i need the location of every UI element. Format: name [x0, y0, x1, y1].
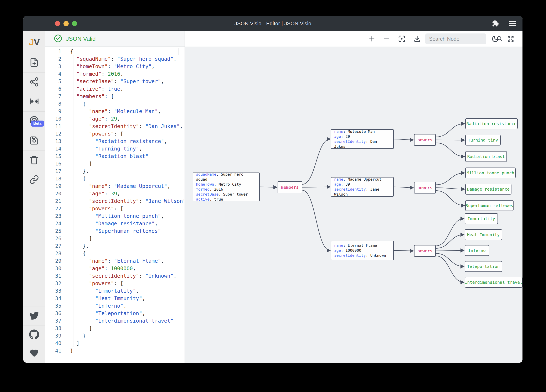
line-number: 7: [45, 93, 61, 100]
line-number: 11: [45, 123, 61, 130]
code-line: 10 "age": 29,: [45, 115, 185, 123]
member-node[interactable]: name: Eternal Flameage: 1000000secretIde…: [331, 241, 394, 260]
power-leaf-node[interactable]: Heat Immunity: [465, 229, 502, 240]
twitter-icon: [29, 311, 39, 321]
power-leaf-node[interactable]: Teleportation: [465, 261, 502, 272]
line-number: 22: [45, 205, 61, 212]
line-number: 40: [45, 340, 61, 347]
code-line: 19 "name": "Madame Uppercut",: [45, 183, 185, 190]
close-window-button[interactable]: [55, 21, 60, 26]
power-leaf-node[interactable]: Million tonne punch: [465, 168, 516, 178]
line-number: 29: [45, 257, 61, 265]
code-line: 9 "name": "Molecule Man",: [45, 108, 185, 115]
code-line: 4 "formed": 2016,: [45, 70, 185, 78]
line-number: 37: [45, 317, 61, 325]
members-node[interactable]: members: [278, 181, 302, 193]
graph-toolbar: [185, 31, 522, 47]
sidebar-item-twitter[interactable]: [23, 307, 45, 325]
code-line: 31 "secretIdentity": "Unknown",: [45, 272, 185, 280]
search-node-input[interactable]: [429, 36, 496, 42]
link-icon: [29, 175, 39, 185]
heart-icon: [29, 348, 39, 359]
power-leaf-node[interactable]: Superhuman reflexes: [465, 200, 514, 211]
app-window: JSON Visio - Editor | JSON Visio JV: [23, 16, 522, 363]
sidebar-item-new-document[interactable]: [23, 53, 45, 72]
code-line: 18 {: [45, 175, 185, 183]
sidebar-item-share-link[interactable]: [23, 170, 45, 190]
code-line: 17 },: [45, 168, 185, 175]
line-number: 13: [45, 138, 61, 145]
line-number: 25: [45, 228, 61, 235]
code-line: 38 ]: [45, 325, 185, 332]
code-line: 36 "Teleportation",: [45, 310, 185, 317]
code-line: 29 "name": "Eternal Flame",: [45, 257, 185, 265]
sidebar-item-github[interactable]: [23, 325, 45, 344]
minimize-window-button[interactable]: [64, 21, 69, 26]
power-leaf-node[interactable]: Radiation blast: [465, 151, 507, 162]
window-title: JSON Visio - Editor | JSON Visio: [234, 21, 311, 27]
graph-panel: squadName: Super hero squadhomeTown: Met…: [185, 31, 522, 363]
code-line: 39 }: [45, 332, 185, 340]
check-circle-icon: [54, 34, 62, 44]
title-bar: JSON Visio - Editor | JSON Visio: [23, 16, 522, 31]
powers-node[interactable]: powers: [414, 245, 436, 257]
dark-mode-toggle[interactable]: [489, 31, 501, 47]
line-number: 3: [45, 63, 61, 70]
line-number: 19: [45, 183, 61, 190]
powers-node[interactable]: powers: [414, 182, 436, 194]
sidebar-item-save-document[interactable]: [23, 131, 45, 151]
traffic-lights: [55, 16, 77, 31]
line-number: 30: [45, 265, 61, 272]
code-line: 11 "secretIdentity": "Dan Jukes",: [45, 123, 185, 130]
member-node[interactable]: name: Madame Uppercutage: 39secretIdenti…: [331, 177, 394, 197]
power-leaf-node[interactable]: Immortality: [465, 213, 498, 224]
code-line: 27 },: [45, 242, 185, 250]
json-code-editor[interactable]: 1{2 "squadName": "Super hero squad",3 "h…: [45, 47, 185, 363]
code-line: 6 "active": true,: [45, 85, 185, 93]
extension-icon[interactable]: [492, 20, 499, 27]
line-number: 14: [45, 145, 61, 152]
sidebar-item-visualize-graph[interactable]: [23, 72, 45, 92]
code-line: 22 "powers": [: [45, 205, 185, 212]
power-leaf-node[interactable]: Radiation resistance: [465, 118, 518, 129]
left-sidebar: JV: [23, 31, 45, 363]
zoom-in-button[interactable]: [366, 31, 378, 47]
editor-status-bar: JSON Valid: [45, 31, 185, 47]
code-line: 13 "Radiation resistance",: [45, 138, 185, 145]
code-line: 37 "Interdimensional travel": [45, 317, 185, 325]
code-line: 32 "powers": [: [45, 280, 185, 287]
line-number: 32: [45, 280, 61, 287]
code-line: 2 "squadName": "Super hero squad",: [45, 55, 185, 63]
powers-node[interactable]: powers: [414, 134, 436, 146]
power-leaf-node[interactable]: Inferno: [465, 245, 489, 256]
zoom-out-button[interactable]: [381, 31, 392, 47]
fullscreen-button[interactable]: [505, 31, 516, 47]
power-leaf-node[interactable]: Turning tiny: [465, 135, 501, 145]
sidebar-item-sponsor[interactable]: [23, 344, 45, 363]
app-logo[interactable]: JV: [23, 31, 45, 53]
save-icon: [29, 136, 39, 146]
code-line: 5 "secretBase": "Super tower",: [45, 78, 185, 85]
sidebar-item-center-view[interactable]: [23, 92, 45, 111]
download-image-button[interactable]: [411, 31, 423, 47]
beta-badge: Beta: [31, 120, 44, 126]
code-line: 21 "secretIdentity": "Jane Wilson",: [45, 197, 185, 205]
line-number: 2: [45, 55, 61, 63]
root-node[interactable]: squadName: Super hero squadhomeTown: Met…: [193, 172, 260, 201]
center-graph-button[interactable]: [396, 31, 408, 47]
power-leaf-node[interactable]: Damage resistance: [465, 184, 512, 195]
line-number: 35: [45, 302, 61, 310]
browser-menu-icon[interactable]: [509, 20, 516, 27]
line-number: 9: [45, 108, 61, 115]
graph-canvas[interactable]: squadName: Super hero squadhomeTown: Met…: [185, 47, 522, 363]
zoom-window-button[interactable]: [72, 21, 77, 26]
code-line: 20 "age": 39,: [45, 190, 185, 197]
code-line: 30 "age": 1000000,: [45, 265, 185, 272]
member-node[interactable]: name: Molecule Manage: 29secretIdentity:…: [331, 129, 394, 149]
sidebar-item-clear-document[interactable]: [23, 151, 45, 170]
line-number: 21: [45, 197, 61, 205]
editor-panel: JSON Valid 1{2 "squadName": "Super hero …: [45, 31, 185, 363]
center-focus-icon: [29, 96, 39, 107]
file-plus-icon: [29, 57, 39, 68]
power-leaf-node[interactable]: Interdimensional travel: [465, 277, 522, 288]
